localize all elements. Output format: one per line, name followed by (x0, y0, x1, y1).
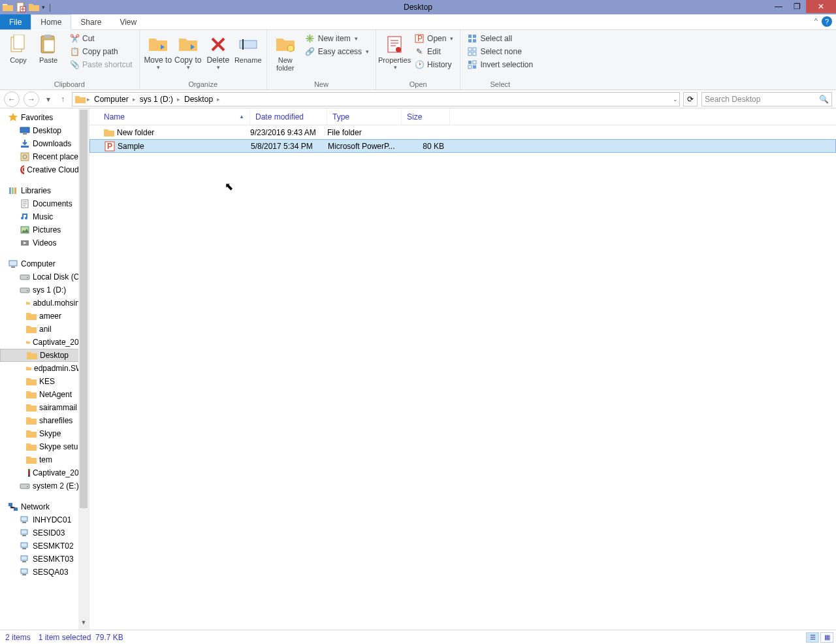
back-button[interactable]: ← (4, 91, 20, 107)
tree-folder[interactable]: tem (0, 453, 89, 466)
col-name[interactable]: Name▲ (89, 108, 250, 125)
tree-favorites[interactable]: Favorites (0, 111, 89, 124)
shortcut-icon: 📎 (69, 59, 80, 70)
scroll-thumb[interactable] (80, 110, 88, 508)
cursor-icon: ⬉ (225, 180, 233, 193)
easy-access-button[interactable]: 🔗Easy access (302, 46, 372, 57)
collapse-ribbon-icon[interactable]: ^ (814, 17, 818, 25)
new-doc-icon[interactable] (16, 2, 26, 12)
paste-button[interactable]: Paste (34, 33, 63, 64)
tree-folder[interactable]: Skype setup (0, 440, 89, 453)
close-button[interactable]: ✕ (806, 0, 836, 13)
tree-fav-desktop[interactable]: Desktop (0, 124, 89, 137)
crumb-computer[interactable]: Computer (91, 95, 131, 104)
refresh-button[interactable]: ⟳ (683, 92, 698, 106)
search-input[interactable]: Search Desktop 🔍 (701, 92, 832, 106)
file-row[interactable]: New folder9/23/2016 9:43 AMFile folder (89, 125, 836, 139)
tree-fav-recent-places[interactable]: Recent places (0, 150, 89, 163)
tree-folder[interactable]: ameer (0, 310, 89, 323)
tree-net-SESMKT02[interactable]: SESMKT02 (0, 539, 89, 553)
tab-home[interactable]: Home (31, 14, 71, 30)
tab-view[interactable]: View (110, 14, 146, 29)
cut-button[interactable]: ✂️Cut (67, 33, 135, 44)
address-dropdown-icon[interactable]: ⌄ (673, 96, 678, 103)
group-clipboard: Copy Paste ✂️Cut 📋Copy path 📎Paste short… (0, 30, 140, 89)
tree-net-INHYDC01[interactable]: INHYDC01 (0, 513, 89, 526)
paste-shortcut-button[interactable]: 📎Paste shortcut (67, 59, 135, 71)
tree-drive[interactable]: Local Disk (C:) (0, 270, 89, 283)
tree-lib-documents[interactable]: Documents (0, 197, 89, 210)
col-size[interactable]: Size (402, 108, 450, 125)
folder-icon[interactable] (29, 2, 39, 12)
invert-selection-button[interactable]: Invert selection (464, 59, 536, 71)
move-to-button[interactable]: Move to (144, 33, 172, 71)
new-item-button[interactable]: ✳️New item (302, 33, 372, 44)
tree-folder[interactable]: NetAgent (0, 388, 89, 401)
tree-folder[interactable]: Captivate_2017 (0, 466, 89, 479)
tree-folder[interactable]: Desktop (0, 349, 89, 362)
history-button[interactable]: 🕑History (411, 59, 456, 71)
svg-rect-48 (28, 475, 30, 477)
file-row[interactable]: PSample5/8/2017 5:34 PMMicrosoft PowerP.… (89, 139, 836, 153)
scrollbar[interactable]: ▲ ▼ (78, 108, 89, 630)
tree-fav-creative-cloud-fi[interactable]: CcCreative Cloud Fi (0, 163, 89, 176)
tree-net-SESMKT03[interactable]: SESMKT03 (0, 553, 89, 566)
view-icons-button[interactable]: ▦ (820, 632, 833, 643)
separator-icon: | (49, 3, 51, 12)
crumb-drive[interactable]: sys 1 (D:) (137, 95, 176, 104)
tab-file[interactable]: File (0, 14, 31, 29)
col-type[interactable]: Type (327, 108, 402, 125)
tree-folder[interactable]: Skype (0, 427, 89, 440)
tree-drive[interactable]: sys 1 (D:) (0, 283, 89, 297)
open-button[interactable]: POpen (411, 33, 456, 44)
copy-button[interactable]: Copy (4, 33, 33, 64)
tab-share[interactable]: Share (71, 14, 110, 29)
tree-folder[interactable]: sairammail id (0, 401, 89, 414)
tree-folder[interactable]: abdul.mohsin@ (0, 297, 89, 310)
svg-rect-27 (23, 133, 27, 135)
svg-text:P: P (107, 142, 112, 151)
view-details-button[interactable]: ☰ (806, 632, 819, 643)
select-none-button[interactable]: Select none (464, 46, 536, 57)
up-button[interactable]: ↑ (57, 91, 68, 107)
tree-net-SESID03[interactable]: SESID03 (0, 526, 89, 539)
tree-net-SESQA03[interactable]: SESQA03 (0, 566, 89, 579)
scroll-down-icon[interactable]: ▼ (78, 619, 89, 630)
edit-button[interactable]: ✎Edit (411, 46, 456, 57)
tree-computer[interactable]: Computer (0, 257, 89, 270)
svg-rect-19 (473, 48, 476, 51)
select-all-button[interactable]: Select all (464, 33, 536, 44)
invert-icon (467, 59, 477, 70)
crumb-folder[interactable]: Desktop (182, 95, 216, 104)
tree-libraries[interactable]: Libraries (0, 184, 89, 197)
forward-button[interactable]: → (24, 91, 39, 107)
history-dropdown-icon[interactable]: ▾ (43, 91, 54, 107)
tree-lib-music[interactable]: Music (0, 210, 89, 223)
col-date[interactable]: Date modified (250, 108, 327, 125)
tree-folder[interactable]: edpadmin.SWII (0, 362, 89, 375)
svg-point-9 (287, 45, 294, 52)
delete-button[interactable]: Delete (204, 33, 233, 71)
tree-folder[interactable]: sharefiles (0, 414, 89, 427)
tree-lib-videos[interactable]: Videos (0, 236, 89, 250)
rename-button[interactable]: Rename (234, 33, 263, 64)
search-placeholder: Search Desktop (705, 95, 760, 104)
svg-rect-34 (12, 187, 14, 194)
address-bar[interactable]: ▸ Computer ▸ sys 1 (D:) ▸ Desktop ▸ ⌄ (72, 92, 680, 106)
restore-button[interactable]: ❐ (788, 0, 806, 13)
tree-drive[interactable]: system 2 (E:) (0, 479, 89, 492)
tree-lib-pictures[interactable]: Pictures (0, 223, 89, 236)
tree-folder[interactable]: anil (0, 323, 89, 336)
tree-fav-downloads[interactable]: Downloads (0, 137, 89, 150)
properties-button[interactable]: Properties (380, 33, 409, 71)
help-icon[interactable]: ? (822, 16, 832, 27)
qat-dropdown-icon[interactable]: ▾ (42, 4, 45, 10)
tree-folder[interactable]: KES (0, 375, 89, 388)
minimize-button[interactable]: — (769, 0, 788, 13)
new-folder-button[interactable]: New folder (271, 33, 300, 72)
copy-to-button[interactable]: Copy to (174, 33, 202, 71)
tree-folder[interactable]: Captivate_2017 (0, 336, 89, 349)
svg-rect-59 (21, 556, 27, 560)
tree-network[interactable]: Network (0, 500, 89, 513)
copy-path-button[interactable]: 📋Copy path (67, 46, 135, 57)
